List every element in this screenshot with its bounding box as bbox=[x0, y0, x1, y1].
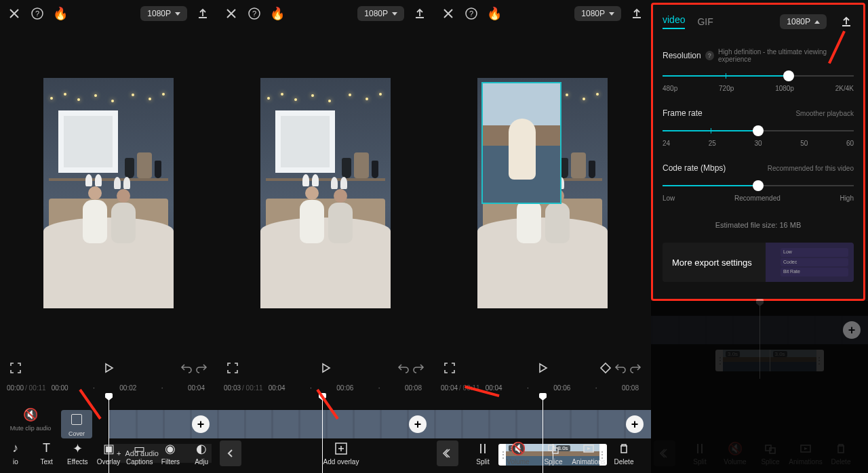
help-icon[interactable]: ? bbox=[464, 6, 479, 21]
close-icon[interactable] bbox=[7, 6, 22, 21]
framerate-hint: Smoother playback bbox=[795, 110, 854, 117]
effects-icon: ✦ bbox=[71, 442, 84, 455]
video-canvas bbox=[43, 78, 174, 308]
resolution-selector[interactable]: 1080P bbox=[140, 6, 187, 21]
tab-gif[interactable]: GIF bbox=[697, 16, 713, 27]
add-clip-button[interactable]: + bbox=[192, 415, 210, 433]
captions-icon: ▭ bbox=[133, 442, 146, 455]
more-settings-button[interactable]: More export settings LowCodecBit Rate bbox=[663, 243, 854, 282]
tool-add-overlay[interactable]: Add overlay bbox=[314, 442, 368, 466]
tool-audio[interactable]: ♪io bbox=[0, 442, 31, 466]
export-icon[interactable] bbox=[629, 6, 644, 21]
overlay-preview[interactable] bbox=[481, 82, 561, 204]
back-button[interactable] bbox=[437, 440, 458, 466]
coderate-slider[interactable] bbox=[663, 180, 854, 192]
redo-icon[interactable] bbox=[194, 361, 209, 375]
export-icon[interactable] bbox=[839, 14, 854, 29]
redo-icon[interactable] bbox=[411, 361, 426, 375]
volume-icon: 🔇 bbox=[728, 442, 742, 455]
tool-captions[interactable]: ▭Captions bbox=[124, 442, 155, 466]
export-icon[interactable] bbox=[195, 6, 210, 21]
add-clip-button: + bbox=[843, 321, 861, 339]
flame-icon[interactable]: 🔥 bbox=[53, 6, 68, 21]
tool-animations[interactable]: Animations bbox=[571, 442, 606, 466]
resolution-label: 1080P bbox=[787, 17, 810, 26]
time-total: / 00:11 bbox=[242, 384, 263, 392]
close-icon[interactable] bbox=[224, 6, 239, 21]
play-icon[interactable] bbox=[535, 361, 550, 375]
add-clip-button[interactable]: + bbox=[409, 415, 427, 433]
undo-icon[interactable] bbox=[613, 361, 628, 375]
redo-icon[interactable] bbox=[628, 361, 643, 375]
preview-area[interactable] bbox=[434, 27, 651, 356]
fullscreen-icon[interactable] bbox=[442, 361, 457, 375]
splice-icon bbox=[547, 442, 560, 455]
tool-volume: 🔇Volume bbox=[717, 442, 753, 466]
resolution-label: 1080P bbox=[364, 9, 388, 18]
bottom-toolbar: Split 🔇Volume Splice Animations Delete bbox=[651, 434, 868, 473]
animations-icon bbox=[799, 442, 812, 455]
splice-icon bbox=[764, 442, 777, 455]
resolution-label: 1080P bbox=[581, 9, 605, 18]
play-icon[interactable] bbox=[318, 361, 333, 375]
coderate-field-label: Code rate (Mbps) bbox=[663, 163, 726, 173]
resolution-label: 1080P bbox=[147, 9, 171, 18]
resolution-selector[interactable]: 1080P bbox=[357, 6, 404, 21]
back-button bbox=[654, 440, 675, 466]
add-clip-button[interactable]: + bbox=[626, 415, 644, 433]
back-button[interactable] bbox=[220, 440, 241, 466]
filesize-label: Estimated file size: 16 MB bbox=[663, 221, 854, 229]
help-icon[interactable]: ? bbox=[247, 6, 262, 21]
resolution-selector[interactable]: 1080P bbox=[780, 14, 827, 29]
tool-adjust[interactable]: ◐Adju bbox=[186, 442, 217, 466]
help-icon[interactable]: ? bbox=[705, 51, 714, 60]
tool-text[interactable]: TText bbox=[31, 442, 62, 466]
caret-down-icon bbox=[609, 12, 614, 16]
video-canvas bbox=[477, 78, 608, 308]
flame-icon[interactable]: 🔥 bbox=[487, 6, 502, 21]
resolution-selector[interactable]: 1080P bbox=[574, 6, 621, 21]
resolution-slider[interactable] bbox=[663, 70, 854, 82]
tab-video[interactable]: video bbox=[663, 14, 685, 29]
tool-overlay[interactable]: ▣Overlay bbox=[93, 442, 124, 466]
close-icon[interactable] bbox=[441, 6, 456, 21]
split-icon bbox=[476, 442, 490, 455]
caret-up-icon bbox=[814, 20, 820, 24]
undo-icon[interactable] bbox=[396, 361, 411, 375]
preview-area[interactable] bbox=[217, 27, 434, 356]
keyframe-icon[interactable] bbox=[598, 361, 613, 375]
caret-down-icon bbox=[175, 12, 180, 16]
play-icon[interactable] bbox=[101, 361, 116, 375]
tool-effects[interactable]: ✦Effects bbox=[62, 442, 93, 466]
video-canvas bbox=[260, 78, 391, 308]
time-current: 00:04 bbox=[441, 384, 458, 392]
framerate-slider[interactable] bbox=[663, 125, 854, 137]
resolution-hint: High definition - the ultimate viewing e… bbox=[718, 48, 854, 63]
animations-icon bbox=[582, 442, 595, 455]
help-icon[interactable]: ? bbox=[30, 6, 45, 21]
add-overlay-icon bbox=[334, 442, 348, 455]
split-icon bbox=[693, 442, 707, 455]
flame-icon[interactable]: 🔥 bbox=[270, 6, 285, 21]
tool-filters[interactable]: ◉Filters bbox=[155, 442, 186, 466]
preview-area[interactable] bbox=[0, 27, 217, 356]
mute-icon[interactable]: 🔇 bbox=[7, 407, 54, 422]
time-current: 00:00 bbox=[7, 384, 24, 392]
svg-text:?: ? bbox=[252, 9, 256, 18]
bottom-toolbar: ♪io TText ✦Effects ▣Overlay ▭Captions ◉F… bbox=[0, 434, 217, 473]
more-settings-label: More export settings bbox=[672, 258, 752, 268]
tool-splice: Splice bbox=[753, 442, 788, 466]
svg-text:?: ? bbox=[469, 9, 473, 18]
text-icon: T bbox=[40, 442, 54, 455]
fullscreen-icon[interactable] bbox=[8, 361, 23, 375]
undo-icon[interactable] bbox=[179, 361, 194, 375]
tool-splice[interactable]: Splice bbox=[536, 442, 571, 466]
adjust-icon: ◐ bbox=[195, 442, 208, 455]
tool-volume: 🔇Volume bbox=[500, 442, 536, 466]
export-panel: video GIF 1080P Resolution?High definiti… bbox=[651, 3, 865, 301]
export-icon[interactable] bbox=[412, 6, 427, 21]
fullscreen-icon[interactable] bbox=[225, 361, 240, 375]
tool-delete[interactable]: Delete bbox=[606, 442, 642, 466]
time-total: / 00:11 bbox=[25, 384, 46, 392]
tool-split[interactable]: Split bbox=[465, 442, 500, 466]
